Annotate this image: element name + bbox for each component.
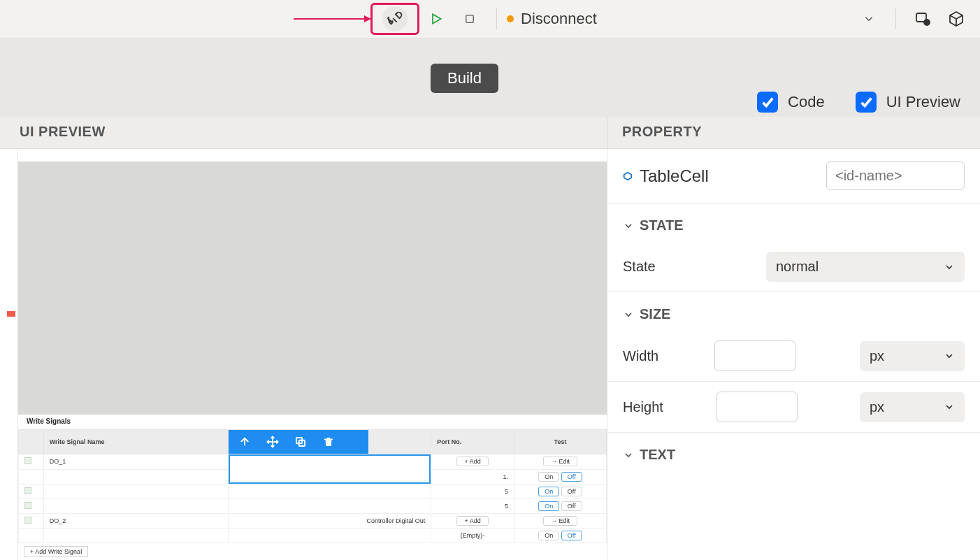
row-type: Controller Digital Out bbox=[228, 514, 431, 529]
component-icon bbox=[623, 171, 633, 181]
table-row: 5 On Off bbox=[19, 499, 607, 514]
off-button[interactable]: Off bbox=[561, 487, 582, 496]
copy-icon[interactable] bbox=[294, 436, 307, 448]
write-signals-table: Write Signal Name Port No. Test D bbox=[18, 429, 607, 543]
on-button[interactable]: On bbox=[538, 501, 559, 511]
panel-headers: UI PREVIEW PROPERTY bbox=[0, 117, 980, 149]
checkbox-checked-icon bbox=[856, 92, 877, 113]
table-row: DO_1 + Add → Edit bbox=[19, 454, 607, 470]
row-icon bbox=[24, 487, 31, 494]
col-test: Test bbox=[514, 430, 606, 454]
add-button[interactable]: + Add bbox=[456, 457, 488, 466]
build-button-highlight bbox=[370, 3, 419, 35]
code-toggle[interactable]: Code bbox=[757, 92, 825, 113]
selected-cell[interactable] bbox=[229, 454, 431, 484]
property-panel-title: PROPERTY bbox=[607, 117, 980, 148]
connection-status[interactable]: Disconnect bbox=[521, 10, 597, 28]
subtoolbar: Build Code UI Preview bbox=[0, 38, 980, 117]
edit-button[interactable]: → Edit bbox=[543, 516, 577, 526]
svg-marker-4 bbox=[926, 22, 928, 24]
on-button[interactable]: On bbox=[538, 487, 559, 496]
chevron-down-icon bbox=[944, 261, 955, 273]
add-button[interactable]: + Add bbox=[456, 516, 488, 526]
port-value: 5 bbox=[431, 484, 514, 499]
cube-button[interactable] bbox=[944, 6, 969, 31]
preview-panel: Write Signals Write Signal Name Port No. bbox=[18, 149, 607, 560]
width-unit-select[interactable]: px bbox=[860, 341, 965, 371]
build-tooltip: Build bbox=[431, 64, 498, 93]
row-name[interactable]: DO_1 bbox=[43, 454, 228, 470]
chevron-down-icon bbox=[944, 350, 955, 361]
height-label: Height bbox=[623, 399, 663, 415]
chevron-down-icon bbox=[863, 13, 875, 25]
edit-button[interactable]: → Edit bbox=[543, 457, 577, 466]
on-button[interactable]: On bbox=[538, 531, 559, 540]
run-button[interactable] bbox=[424, 6, 449, 31]
svg-rect-1 bbox=[466, 15, 474, 23]
col-port: Port No. bbox=[431, 430, 514, 454]
stop-icon bbox=[463, 13, 476, 25]
off-button[interactable]: Off bbox=[561, 501, 582, 511]
build-button[interactable] bbox=[382, 6, 408, 31]
state-label: State bbox=[623, 259, 656, 275]
tools-icon bbox=[387, 11, 403, 27]
arrow-up-icon[interactable] bbox=[238, 436, 251, 448]
width-input[interactable] bbox=[714, 340, 795, 371]
svg-marker-10 bbox=[624, 172, 632, 180]
row-icon bbox=[24, 457, 31, 464]
id-input[interactable] bbox=[826, 161, 965, 190]
chevron-down-icon bbox=[944, 401, 955, 412]
device-play-icon bbox=[914, 10, 931, 27]
toolbar: Disconnect bbox=[0, 0, 980, 38]
stop-button[interactable] bbox=[457, 6, 482, 31]
col-name: Write Signal Name bbox=[43, 430, 228, 454]
divider bbox=[496, 8, 497, 29]
error-marker[interactable] bbox=[7, 311, 15, 317]
svg-marker-0 bbox=[433, 14, 441, 23]
device-button[interactable] bbox=[910, 6, 935, 31]
left-gutter bbox=[0, 149, 18, 560]
chevron-down-icon bbox=[623, 309, 634, 320]
port-value: (Empty)- bbox=[431, 529, 514, 543]
chevron-down-icon bbox=[623, 220, 634, 231]
annotation-arrow bbox=[7, 18, 370, 20]
trash-icon[interactable] bbox=[322, 436, 335, 448]
component-type: TableCell bbox=[640, 166, 709, 186]
row-icon bbox=[24, 502, 31, 509]
port-value: 1. bbox=[431, 469, 514, 484]
off-button[interactable]: Off bbox=[561, 531, 582, 540]
table-row: (Empty)- On Off bbox=[19, 529, 607, 543]
cube-icon bbox=[948, 10, 965, 27]
ui-preview-toggle[interactable]: UI Preview bbox=[856, 92, 960, 113]
main-area: Write Signals Write Signal Name Port No. bbox=[0, 149, 980, 560]
height-input[interactable] bbox=[716, 392, 798, 422]
port-value: 5 bbox=[431, 499, 514, 514]
width-label: Width bbox=[623, 348, 658, 364]
row-icon bbox=[24, 517, 31, 524]
dropdown-button[interactable] bbox=[856, 6, 881, 31]
preview-section-title: Write Signals bbox=[18, 417, 607, 429]
state-section-header[interactable]: STATE bbox=[607, 203, 980, 242]
ui-preview-toggle-label: UI Preview bbox=[886, 93, 960, 111]
property-panel: TableCell STATE State normal SIZE Width … bbox=[607, 149, 980, 560]
text-section-header[interactable]: TEXT bbox=[607, 433, 980, 471]
state-select[interactable]: normal bbox=[766, 252, 965, 282]
table-row: DO_2 Controller Digital Out + Add → Edit bbox=[19, 514, 607, 529]
preview-panel-title: UI PREVIEW bbox=[0, 117, 607, 148]
size-section-header[interactable]: SIZE bbox=[607, 292, 980, 331]
move-icon[interactable] bbox=[266, 436, 279, 448]
off-button[interactable]: Off bbox=[561, 472, 582, 482]
table-row: 5 On Off bbox=[19, 484, 607, 499]
preview-canvas[interactable] bbox=[18, 161, 607, 415]
selection-toolbar bbox=[229, 430, 368, 454]
add-write-signal-button[interactable]: + Add Write Signal bbox=[24, 546, 88, 557]
checkbox-checked-icon bbox=[757, 92, 778, 113]
on-button[interactable]: On bbox=[538, 472, 559, 482]
status-dot bbox=[507, 15, 514, 22]
chevron-down-icon bbox=[623, 450, 634, 461]
code-toggle-label: Code bbox=[788, 93, 825, 111]
height-unit-select[interactable]: px bbox=[860, 392, 965, 422]
row-name[interactable]: DO_2 bbox=[43, 514, 228, 529]
divider bbox=[895, 8, 896, 29]
play-icon bbox=[429, 12, 443, 26]
